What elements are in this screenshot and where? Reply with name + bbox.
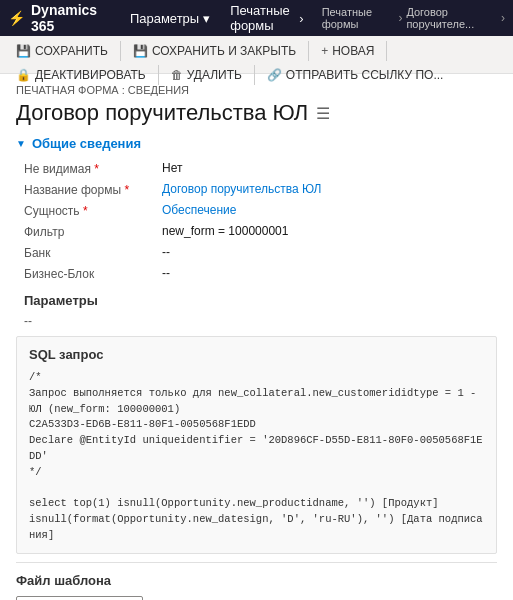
sql-title: SQL запрос	[29, 347, 484, 362]
save-icon: 💾	[16, 44, 31, 58]
toolbar-separator-3	[386, 41, 387, 61]
delete-label: УДАЛИТЬ	[187, 68, 242, 82]
brand-logo[interactable]: ⚡ Dynamics 365	[8, 2, 104, 34]
file-section: Файл шаблона Загрузить шаблон	[16, 562, 497, 600]
deactivate-button[interactable]: 🔒 ДЕАКТИВИРОВАТЬ	[8, 64, 154, 86]
params-title: Параметры	[24, 293, 497, 308]
nav-menu-parametry-label: Параметры	[130, 11, 199, 26]
field-value-filtr: new_form = 100000001	[162, 224, 497, 239]
save-label: СОХРАНИТЬ	[35, 44, 108, 58]
deactivate-icon: 🔒	[16, 68, 31, 82]
send-link-button[interactable]: 🔗 ОТПРАВИТЬ ССЫЛКУ ПО...	[259, 64, 452, 86]
new-icon: +	[321, 44, 328, 58]
field-label-filtr: Фильтр	[24, 224, 154, 239]
fields-grid: Не видимая Нет Название формы Договор по…	[16, 161, 497, 281]
section-label: Общие сведения	[32, 136, 141, 151]
save-close-label: СОХРАНИТЬ И ЗАКРЫТЬ	[152, 44, 296, 58]
params-value: --	[24, 314, 497, 328]
toolbar-separator-4	[158, 65, 159, 85]
arrow-right-icon: ›	[299, 11, 303, 26]
breadcrumb-nav: Печатные формы › Договор поручителе... ›	[322, 6, 505, 30]
save-close-button[interactable]: 💾 СОХРАНИТЬ И ЗАКРЫТЬ	[125, 40, 304, 62]
chevron-down-icon: ▾	[203, 11, 210, 26]
page-title-text: Договор поручительства ЮЛ	[16, 100, 308, 126]
save-close-icon: 💾	[133, 44, 148, 58]
main-content: ПЕЧАТНАЯ ФОРМА : СВЕДЕНИЯ Договор поручи…	[0, 74, 513, 600]
section-general[interactable]: ▼ Общие сведения	[16, 136, 497, 151]
sql-code: /* Запрос выполняется только для new_col…	[29, 370, 484, 543]
section-chevron-icon: ▼	[16, 138, 26, 149]
breadcrumb-item-2[interactable]: Договор поручителе...	[406, 6, 497, 30]
field-label-bank: Банк	[24, 245, 154, 260]
deactivate-label: ДЕАКТИВИРОВАТЬ	[35, 68, 146, 82]
action-toolbar: 💾 СОХРАНИТЬ 💾 СОХРАНИТЬ И ЗАКРЫТЬ + НОВА…	[0, 36, 513, 74]
lightning-icon: ⚡	[8, 10, 25, 26]
breadcrumb-separator: ›	[398, 11, 402, 25]
sql-section: SQL запрос /* Запрос выполняется только …	[16, 336, 497, 554]
save-button[interactable]: 💾 СОХРАНИТЬ	[8, 40, 116, 62]
nav-menu-pechatnye[interactable]: Печатные формы ›	[220, 0, 313, 36]
title-menu-icon[interactable]: ☰	[316, 104, 330, 123]
delete-icon: 🗑	[171, 68, 183, 82]
field-value-bank: --	[162, 245, 497, 260]
file-title: Файл шаблона	[16, 573, 497, 588]
field-label-nazvanie: Название формы	[24, 182, 154, 197]
send-link-label: ОТПРАВИТЬ ССЫЛКУ ПО...	[286, 68, 444, 82]
page-title: Договор поручительства ЮЛ ☰	[16, 100, 497, 126]
link-icon: 🔗	[267, 68, 282, 82]
brand-name: Dynamics 365	[31, 2, 104, 34]
field-value-biznesblok: --	[162, 266, 497, 281]
delete-button[interactable]: 🗑 УДАЛИТЬ	[163, 64, 250, 86]
field-label-nevidimaya: Не видимая	[24, 161, 154, 176]
field-value-suschnost[interactable]: Обеспечение	[162, 203, 497, 218]
upload-button[interactable]: Загрузить шаблон	[16, 596, 143, 600]
field-value-nazvanie[interactable]: Договор поручительства ЮЛ	[162, 182, 497, 197]
field-label-biznesblok: Бизнес-Блок	[24, 266, 154, 281]
parameters-section: Параметры --	[16, 293, 497, 328]
toolbar-separator-2	[308, 41, 309, 61]
toolbar-separator-1	[120, 41, 121, 61]
breadcrumb-item-1[interactable]: Печатные формы	[322, 6, 395, 30]
nav-menu-parametry[interactable]: Параметры ▾	[120, 0, 220, 36]
nav-menu: Параметры ▾ Печатные формы ›	[120, 0, 314, 36]
field-label-suschnost: Сущность	[24, 203, 154, 218]
field-value-nevidimaya: Нет	[162, 161, 497, 176]
breadcrumb-end-icon: ›	[501, 11, 505, 25]
toolbar-separator-5	[254, 65, 255, 85]
nav-menu-pechatnye-label: Печатные формы	[230, 3, 295, 33]
new-button[interactable]: + НОВАЯ	[313, 40, 382, 62]
new-label: НОВАЯ	[332, 44, 374, 58]
top-navigation: ⚡ Dynamics 365 Параметры ▾ Печатные форм…	[0, 0, 513, 36]
